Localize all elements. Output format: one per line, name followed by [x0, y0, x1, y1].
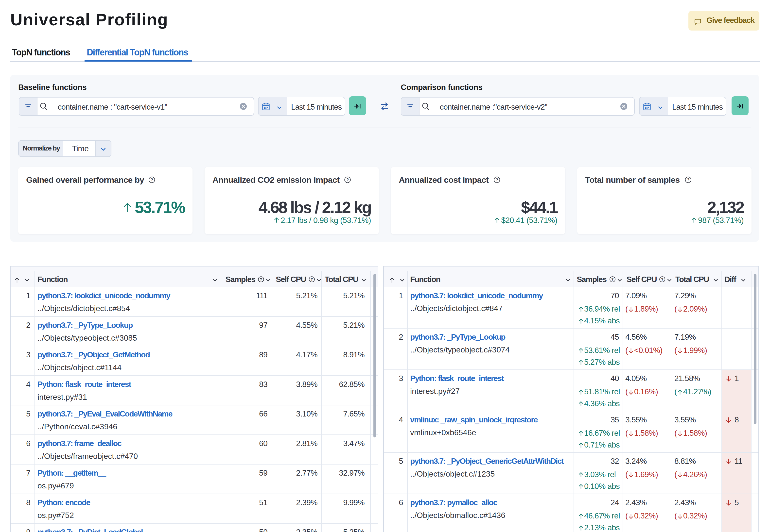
svg-text:?: ? [310, 277, 313, 281]
svg-text:?: ? [687, 178, 689, 182]
svg-text:?: ? [260, 277, 262, 281]
svg-text:?: ? [151, 178, 153, 182]
svg-text:?: ? [346, 178, 349, 182]
svg-text:?: ? [611, 277, 614, 281]
svg-text:?: ? [496, 178, 498, 182]
svg-text:?: ? [661, 277, 663, 281]
